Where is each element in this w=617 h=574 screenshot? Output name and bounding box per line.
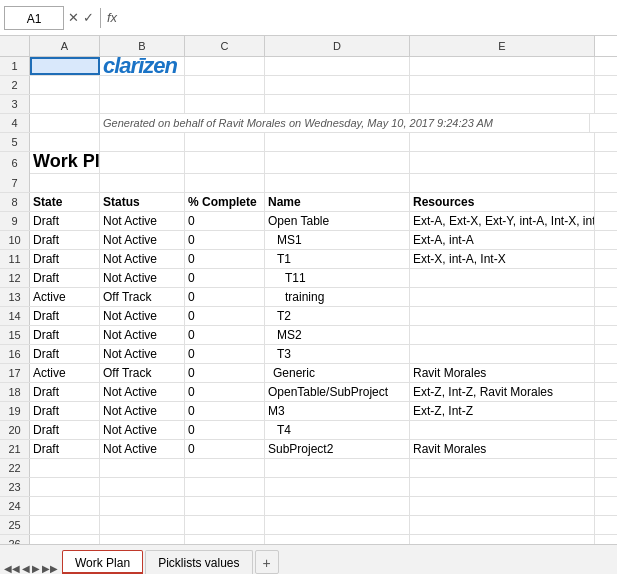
cell-d7[interactable] (265, 174, 410, 192)
cell-a1[interactable] (30, 57, 100, 75)
cell-c11[interactable]: 0 (185, 250, 265, 268)
cell-e15[interactable] (410, 326, 595, 344)
cell-b5[interactable] (100, 133, 185, 151)
cell-a26[interactable] (30, 535, 100, 544)
cell-e14[interactable] (410, 307, 595, 325)
cell-d5[interactable] (265, 133, 410, 151)
cell-b23[interactable] (100, 478, 185, 496)
cell-a21[interactable]: Draft (30, 440, 100, 458)
cell-a15[interactable]: Draft (30, 326, 100, 344)
cell-e3[interactable] (410, 95, 595, 113)
cell-c18[interactable]: 0 (185, 383, 265, 401)
cell-d8-header[interactable]: Name (265, 193, 410, 211)
cell-c24[interactable] (185, 497, 265, 515)
cell-c2[interactable] (185, 76, 265, 94)
tab-nav-left-left[interactable]: ◀◀ (4, 563, 20, 574)
cell-c13[interactable]: 0 (185, 288, 265, 306)
cell-a5[interactable] (30, 133, 100, 151)
cell-e18[interactable]: Ext-Z, Int-Z, Ravit Morales (410, 383, 595, 401)
cell-d21[interactable]: SubProject2 (265, 440, 410, 458)
cell-a14[interactable]: Draft (30, 307, 100, 325)
cell-b10[interactable]: Not Active (100, 231, 185, 249)
cell-c26[interactable] (185, 535, 265, 544)
cell-a22[interactable] (30, 459, 100, 477)
cell-c7[interactable] (185, 174, 265, 192)
cell-b2[interactable] (100, 76, 185, 94)
cell-b18[interactable]: Not Active (100, 383, 185, 401)
cell-e10[interactable]: Ext-A, int-A (410, 231, 595, 249)
cell-d6[interactable] (265, 152, 410, 174)
cell-b25[interactable] (100, 516, 185, 534)
cell-b3[interactable] (100, 95, 185, 113)
cell-d26[interactable] (265, 535, 410, 544)
cell-e6[interactable] (410, 152, 595, 174)
cell-e23[interactable] (410, 478, 595, 496)
cell-b24[interactable] (100, 497, 185, 515)
cell-d3[interactable] (265, 95, 410, 113)
cell-c21[interactable]: 0 (185, 440, 265, 458)
cell-b7[interactable] (100, 174, 185, 192)
col-header-c[interactable]: C (185, 36, 265, 56)
tab-add-button[interactable]: + (255, 550, 279, 574)
cell-b14[interactable]: Not Active (100, 307, 185, 325)
cell-e11[interactable]: Ext-X, int-A, Int-X (410, 250, 595, 268)
cell-b22[interactable] (100, 459, 185, 477)
cell-b4-generated[interactable]: Generated on behalf of Ravit Morales on … (100, 114, 590, 132)
tab-picklists-values[interactable]: Picklists values (145, 550, 252, 574)
cell-c16[interactable]: 0 (185, 345, 265, 363)
cell-d13[interactable]: training (265, 288, 410, 306)
cell-a18[interactable]: Draft (30, 383, 100, 401)
cell-e1[interactable] (410, 57, 595, 75)
cell-d15[interactable]: MS2 (265, 326, 410, 344)
tab-nav-left[interactable]: ◀ (22, 563, 30, 574)
cell-d12[interactable]: T11 (265, 269, 410, 287)
cell-c25[interactable] (185, 516, 265, 534)
cell-c6[interactable] (185, 152, 265, 174)
cancel-icon[interactable]: ✕ (68, 10, 79, 25)
cell-a4[interactable] (30, 114, 100, 132)
cell-e24[interactable] (410, 497, 595, 515)
confirm-icon[interactable]: ✓ (83, 10, 94, 25)
cell-a20[interactable]: Draft (30, 421, 100, 439)
cell-a24[interactable] (30, 497, 100, 515)
cell-d16[interactable]: T3 (265, 345, 410, 363)
cell-b15[interactable]: Not Active (100, 326, 185, 344)
cell-c12[interactable]: 0 (185, 269, 265, 287)
cell-b11[interactable]: Not Active (100, 250, 185, 268)
cell-a12[interactable]: Draft (30, 269, 100, 287)
cell-d20[interactable]: T4 (265, 421, 410, 439)
cell-c1[interactable] (185, 57, 265, 75)
tab-work-plan[interactable]: Work Plan (62, 550, 143, 574)
cell-b6[interactable] (100, 152, 185, 174)
cell-d23[interactable] (265, 478, 410, 496)
cell-a7[interactable] (30, 174, 100, 192)
cell-d25[interactable] (265, 516, 410, 534)
col-header-d[interactable]: D (265, 36, 410, 56)
cell-e2[interactable] (410, 76, 595, 94)
cell-e19[interactable]: Ext-Z, Int-Z (410, 402, 595, 420)
cell-a10[interactable]: Draft (30, 231, 100, 249)
cell-e9[interactable]: Ext-A, Ext-X, Ext-Y, int-A, Int-X, int-Y… (410, 212, 595, 230)
col-header-b[interactable]: B (100, 36, 185, 56)
cell-a2[interactable] (30, 76, 100, 94)
cell-d2[interactable] (265, 76, 410, 94)
cell-e16[interactable] (410, 345, 595, 363)
cell-e21[interactable]: Ravit Morales (410, 440, 595, 458)
cell-a19[interactable]: Draft (30, 402, 100, 420)
cell-a3[interactable] (30, 95, 100, 113)
cell-e8-header[interactable]: Resources (410, 193, 595, 211)
cell-a25[interactable] (30, 516, 100, 534)
cell-a9[interactable]: Draft (30, 212, 100, 230)
cell-e20[interactable] (410, 421, 595, 439)
cell-c15[interactable]: 0 (185, 326, 265, 344)
cell-c9[interactable]: 0 (185, 212, 265, 230)
cell-e26[interactable] (410, 535, 595, 544)
cell-d11[interactable]: T1 (265, 250, 410, 268)
cell-c8-header[interactable]: % Complete (185, 193, 265, 211)
cell-d24[interactable] (265, 497, 410, 515)
cell-b9[interactable]: Not Active (100, 212, 185, 230)
cell-d10[interactable]: MS1 (265, 231, 410, 249)
cell-e7[interactable] (410, 174, 595, 192)
cell-e5[interactable] (410, 133, 595, 151)
cell-a6[interactable]: Work Plan (30, 152, 100, 174)
